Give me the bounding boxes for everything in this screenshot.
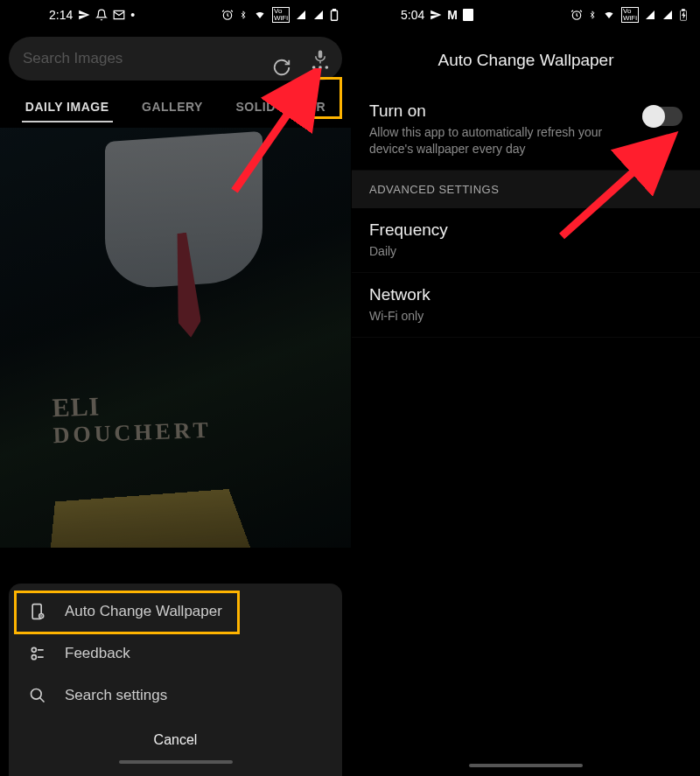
- wifi-icon: [602, 10, 616, 20]
- page-title: Auto Change Wallpaper: [352, 30, 700, 89]
- signal2-icon: [312, 10, 325, 20]
- wifi-icon: [253, 10, 267, 20]
- setting-value: Wi-Fi only: [369, 308, 614, 325]
- bluetooth-icon: [239, 9, 248, 21]
- status-bar: 5:04 M VoWiFi: [352, 0, 700, 30]
- battery-charging-icon: [679, 9, 688, 21]
- feedback-icon: [28, 645, 47, 662]
- setting-value: Daily: [369, 243, 614, 260]
- tab-daily-image[interactable]: DAILY IMAGE: [22, 93, 113, 122]
- annotation-highlight-auto-change: [14, 591, 240, 634]
- signal-icon: [644, 10, 656, 20]
- signal-icon: [295, 10, 307, 20]
- annotation-arrow-icon: [553, 131, 693, 245]
- turn-on-toggle[interactable]: [642, 107, 682, 126]
- status-time: 5:04: [401, 8, 424, 22]
- nav-pill: [469, 764, 583, 767]
- vowifi-icon: VoWiFi: [621, 7, 639, 23]
- send-icon: [430, 9, 442, 21]
- signal2-icon: [662, 10, 674, 20]
- phone-left: 2:14 • VoWiFi Search Images: [0, 0, 352, 776]
- svg-point-10: [32, 655, 36, 660]
- toggle-knob: [642, 105, 665, 128]
- bottom-sheet: Auto Change Wallpaper Feedback Search se…: [9, 584, 342, 776]
- phone-right: 5:04 M VoWiFi Auto Change Wallpaper Turn…: [352, 0, 700, 776]
- svg-point-9: [32, 647, 36, 652]
- card-icon: [463, 9, 473, 21]
- send-icon: [78, 9, 90, 21]
- battery-icon: [330, 9, 339, 21]
- bluetooth-icon: [588, 9, 597, 21]
- mail-icon: [113, 9, 125, 21]
- vowifi-icon: VoWiFi: [272, 7, 290, 23]
- svg-rect-12: [463, 9, 473, 21]
- svg-line-16: [562, 142, 667, 236]
- svg-rect-15: [682, 10, 685, 10]
- setting-network[interactable]: Network Wi-Fi only: [352, 273, 700, 338]
- svg-rect-1: [332, 10, 338, 20]
- search-icon: [28, 687, 47, 704]
- svg-point-11: [32, 689, 42, 700]
- menu-label: Search settings: [65, 687, 167, 704]
- svg-line-6: [234, 77, 313, 191]
- status-bar: 2:14 • VoWiFi: [0, 0, 351, 30]
- search-input[interactable]: Search Images: [23, 50, 304, 67]
- menu-search-settings[interactable]: Search settings: [9, 675, 342, 717]
- m-icon: M: [447, 8, 458, 22]
- alarm-icon: [221, 9, 234, 21]
- menu-feedback[interactable]: Feedback: [9, 633, 342, 675]
- bell-icon: [95, 9, 108, 21]
- setting-title: Network: [369, 285, 682, 304]
- menu-label: Feedback: [65, 645, 130, 662]
- alarm-icon: [570, 9, 583, 21]
- status-time: 2:14: [49, 8, 73, 22]
- setting-title: Turn on: [369, 101, 614, 121]
- status-dot-icon: •: [130, 8, 135, 22]
- svg-rect-2: [333, 10, 336, 10]
- nav-pill: [119, 760, 233, 764]
- annotation-arrow-icon: [226, 68, 340, 199]
- cancel-button[interactable]: Cancel: [9, 717, 342, 753]
- tab-gallery[interactable]: GALLERY: [138, 93, 206, 122]
